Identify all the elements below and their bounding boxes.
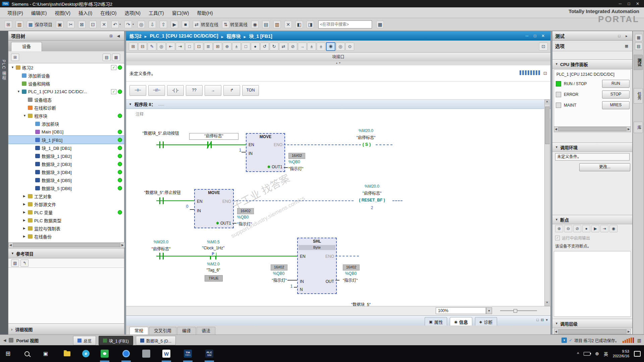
download-to-device-icon[interactable]: ⇩ ▾: [147, 20, 157, 29]
tab-info[interactable]: ◉ 信息: [450, 317, 472, 326]
input-value[interactable]: 0: [184, 204, 191, 209]
force-table-icon[interactable]: ▥ ▾: [272, 20, 282, 29]
section-toggle-icon[interactable]: ▼: [555, 218, 558, 221]
tree-item[interactable]: ▼ PLC_1 [CPU 1214C DC/DC/... ✓: [8, 87, 124, 96]
window-close-button[interactable]: ✕: [633, 1, 642, 6]
tree-item[interactable]: 设备组态 ✓: [8, 96, 124, 104]
task-card-testing[interactable]: 测试: [634, 55, 643, 70]
snapshot-icon[interactable]: ⊙: [345, 43, 354, 51]
pin-out1[interactable]: ✱ OUT1: [216, 221, 231, 226]
network-icon[interactable]: ⊕: [595, 351, 599, 356]
ladder-canvas[interactable]: 西门子工业 找答案 support.industry.siemens.com/c…: [126, 118, 544, 306]
scroll-down-icon[interactable]: ▼: [545, 301, 549, 306]
contact-bar[interactable]: [163, 141, 164, 148]
section-toggle-icon[interactable]: ▼: [11, 252, 14, 255]
section-toggle-icon[interactable]: ▼: [555, 62, 558, 66]
tree-expand-arrow-icon[interactable]: ▶: [23, 210, 28, 214]
goto-icon[interactable]: ⇄: [279, 43, 288, 51]
nc-contact-icon[interactable]: ⊣/⊢: [148, 85, 165, 96]
editor-maximize-button[interactable]: □: [531, 34, 539, 38]
coil-icon[interactable]: -( )-: [167, 85, 184, 96]
insert-box-icon[interactable]: ⊞: [213, 43, 222, 51]
inspector-menu-icon[interactable]: ▾: [546, 318, 548, 322]
detail-view-bar[interactable]: › 详细视图: [8, 323, 124, 335]
window-minimize-button[interactable]: ─: [616, 1, 625, 6]
reset-bf-coil[interactable]: ( RESET_BF ): [352, 198, 392, 202]
jump-label-icon[interactable]: →: [298, 43, 307, 51]
operand-edit-box[interactable]: "启停标志": [189, 133, 238, 140]
tree-item[interactable]: ▶ 外部源文件 ✓: [8, 200, 124, 208]
contact-bar[interactable]: [159, 197, 160, 204]
subtab-crossref[interactable]: 交叉引用: [149, 327, 176, 335]
cpu-command-button[interactable]: STOP: [602, 90, 630, 99]
open-project-icon[interactable]: ▥ ▾: [14, 20, 24, 29]
operand-address[interactable]: %QB0: [271, 271, 287, 276]
dropdown-arrow-icon[interactable]: ▾: [132, 23, 134, 26]
p-trigger-symbol[interactable]: P: [210, 252, 216, 256]
split-vertical-icon[interactable]: ◧ ▾: [294, 20, 304, 29]
menu-item[interactable]: 选项(N): [120, 9, 144, 16]
sort-icon[interactable]: ▤: [103, 54, 111, 61]
file-explorer-button[interactable]: [59, 345, 75, 362]
editor-close-button[interactable]: ✕: [539, 34, 547, 38]
tree-item[interactable]: ▶ PLC 变量 ✓: [8, 208, 124, 216]
bp-step-icon[interactable]: ⇥: [600, 225, 608, 232]
pin-out[interactable]: OUT: [326, 279, 334, 284]
scrollbar-thumb[interactable]: [545, 107, 550, 144]
reference-projects-header[interactable]: ▼ 参考项目: [8, 248, 124, 258]
contact-bar[interactable]: [159, 253, 160, 259]
tree-item[interactable]: ▶ 在线备份 ✓: [8, 232, 124, 240]
layout-grid-icon[interactable]: ▦: [635, 34, 642, 41]
start-button[interactable]: ⊞: [0, 345, 16, 362]
menu-item[interactable]: 帮助(H): [193, 9, 217, 16]
coil-address[interactable]: %M20.0: [341, 128, 391, 133]
shl-block[interactable]: SHL Byte EN ENO IN N OUT: [297, 238, 337, 294]
watch-table-icon[interactable]: ▤ ▾: [261, 20, 271, 29]
operand-address[interactable]: %QB0: [343, 271, 359, 276]
new-item-icon[interactable]: ⊞: [11, 54, 19, 61]
remove-force-icon[interactable]: ✕ ▾: [283, 20, 293, 29]
menu-item[interactable]: 编辑(E): [27, 9, 51, 16]
bp-next-icon[interactable]: ▶: [591, 225, 599, 232]
call-hierarchy-scrollbar[interactable]: ◀▶: [554, 329, 631, 334]
monitoring-on-icon[interactable]: ◉: [326, 42, 335, 51]
empty-box-fav-icon[interactable]: ??: [186, 85, 203, 96]
operand-address[interactable]: %QB0: [237, 215, 249, 220]
tree-item[interactable]: ▼ 练习2 ✓: [8, 63, 124, 71]
tree-expand-arrow-icon[interactable]: ▶: [23, 235, 28, 238]
network-comment-row[interactable]: 注释: [126, 109, 550, 118]
operand-name[interactable]: "指示灯": [237, 221, 252, 227]
task-card-libraries[interactable]: 库: [634, 122, 643, 133]
browser-button[interactable]: [118, 345, 134, 362]
rename-icon[interactable]: ✎: [148, 43, 156, 51]
tree-item-checkbox[interactable]: ✓: [111, 65, 116, 70]
tree-expand-arrow-icon[interactable]: ▶: [23, 219, 28, 222]
editor-vertical-scrollbar[interactable]: ▲ ▼: [544, 100, 550, 306]
portal-view-button[interactable]: ◀ Portal 视图: [3, 335, 39, 346]
utility-app-button[interactable]: [138, 345, 154, 362]
outdent-icon[interactable]: ⇤: [166, 43, 175, 51]
breadcrumb-item[interactable]: PLC_1 [CPU 1214C DC/DC/DC]: [142, 33, 218, 39]
subtab-compile[interactable]: 编译: [177, 327, 196, 335]
tree-item[interactable]: 添加新块 ✓: [8, 120, 124, 128]
copy-icon[interactable]: ⊠ ▾: [77, 20, 87, 29]
open-branch-icon[interactable]: →: [205, 85, 221, 96]
tree-item[interactable]: ▼ 程序块 ✓: [8, 112, 124, 120]
zoom-slider-knob[interactable]: [514, 309, 517, 313]
window-maximize-button[interactable]: □: [625, 1, 633, 6]
tree-item[interactable]: 数据块_5 [DB6] ✓: [8, 184, 124, 192]
inspector-restore-icon[interactable]: □: [537, 318, 539, 322]
taskbar-clock[interactable]: 9:53 2022/6/16: [613, 349, 629, 359]
empty-box-icon[interactable]: □: [241, 43, 250, 51]
symbol-info-icon[interactable]: ≣: [204, 43, 213, 51]
taskbar-search-button[interactable]: [19, 345, 35, 362]
cpu-command-button[interactable]: RUN: [602, 80, 630, 88]
tree-horizontal-scrollbar[interactable]: ◀▶: [8, 242, 125, 248]
tab-overview[interactable]: 总览: [73, 336, 96, 345]
reset-bf-count[interactable]: 2: [352, 205, 392, 210]
battery-icon[interactable]: [584, 352, 590, 356]
tree-item-checkbox[interactable]: ✓: [111, 89, 116, 94]
contact-bar[interactable]: [163, 253, 164, 259]
online-diagnostics-icon[interactable]: ◉ ▾: [250, 20, 260, 29]
upload-from-device-icon[interactable]: ⇧ ▾: [158, 20, 168, 29]
